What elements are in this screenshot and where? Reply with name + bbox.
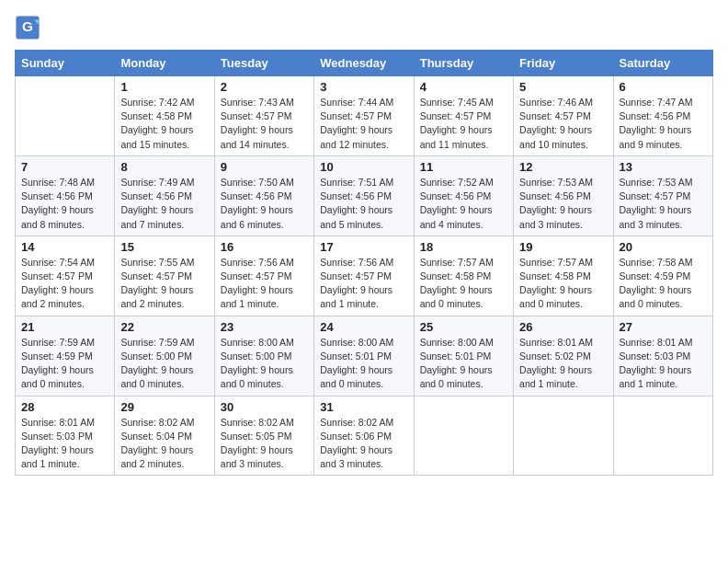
day-number: 27 [620, 320, 707, 334]
day-info: Sunrise: 7:48 AM Sunset: 4:56 PM Dayligh… [21, 176, 108, 232]
day-info: Sunrise: 7:57 AM Sunset: 4:58 PM Dayligh… [420, 256, 507, 312]
day-cell [16, 76, 115, 156]
day-cell: 30Sunrise: 8:02 AM Sunset: 5:05 PM Dayli… [214, 396, 313, 476]
day-info: Sunrise: 7:49 AM Sunset: 4:56 PM Dayligh… [120, 176, 208, 232]
day-cell: 15Sunrise: 7:55 AM Sunset: 4:57 PM Dayli… [115, 236, 214, 316]
col-header-friday: Friday [514, 51, 613, 76]
day-cell: 31Sunrise: 8:02 AM Sunset: 5:06 PM Dayli… [314, 396, 414, 476]
day-number: 7 [21, 160, 108, 174]
day-info: Sunrise: 8:01 AM Sunset: 5:02 PM Dayligh… [519, 336, 607, 392]
col-header-monday: Monday [115, 51, 214, 76]
day-cell: 8Sunrise: 7:49 AM Sunset: 4:56 PM Daylig… [115, 155, 214, 236]
day-number: 19 [519, 240, 607, 254]
day-cell: 13Sunrise: 7:53 AM Sunset: 4:57 PM Dayli… [613, 155, 712, 236]
day-cell [414, 396, 513, 476]
day-cell: 26Sunrise: 8:01 AM Sunset: 5:02 PM Dayli… [514, 316, 613, 396]
day-info: Sunrise: 7:53 AM Sunset: 4:57 PM Dayligh… [620, 176, 707, 232]
day-cell: 28Sunrise: 8:01 AM Sunset: 5:03 PM Dayli… [16, 396, 115, 476]
day-cell: 6Sunrise: 7:47 AM Sunset: 4:56 PM Daylig… [613, 76, 712, 156]
day-number: 12 [519, 160, 607, 174]
day-cell [514, 396, 613, 476]
day-number: 20 [620, 240, 707, 254]
day-cell: 14Sunrise: 7:54 AM Sunset: 4:57 PM Dayli… [16, 236, 115, 316]
day-number: 17 [320, 240, 407, 254]
day-cell: 27Sunrise: 8:01 AM Sunset: 5:03 PM Dayli… [613, 316, 712, 396]
day-number: 2 [221, 80, 308, 94]
day-info: Sunrise: 7:55 AM Sunset: 4:57 PM Dayligh… [120, 256, 208, 312]
day-number: 21 [21, 320, 108, 334]
day-number: 22 [120, 320, 208, 334]
day-number: 8 [120, 160, 208, 174]
day-number: 1 [120, 80, 208, 94]
day-info: Sunrise: 8:02 AM Sunset: 5:04 PM Dayligh… [120, 416, 208, 472]
day-number: 16 [221, 240, 308, 254]
day-cell: 16Sunrise: 7:56 AM Sunset: 4:57 PM Dayli… [214, 236, 313, 316]
day-cell: 25Sunrise: 8:00 AM Sunset: 5:01 PM Dayli… [414, 316, 513, 396]
day-info: Sunrise: 8:00 AM Sunset: 5:00 PM Dayligh… [221, 336, 308, 392]
day-info: Sunrise: 7:56 AM Sunset: 4:57 PM Dayligh… [221, 256, 308, 312]
day-info: Sunrise: 7:53 AM Sunset: 4:56 PM Dayligh… [519, 176, 607, 232]
col-header-wednesday: Wednesday [314, 51, 414, 76]
day-cell: 19Sunrise: 7:57 AM Sunset: 4:58 PM Dayli… [514, 236, 613, 316]
svg-text:G: G [22, 18, 33, 34]
day-cell: 12Sunrise: 7:53 AM Sunset: 4:56 PM Dayli… [514, 155, 613, 236]
day-info: Sunrise: 8:02 AM Sunset: 5:05 PM Dayligh… [221, 416, 308, 472]
day-number: 11 [420, 160, 507, 174]
day-cell: 7Sunrise: 7:48 AM Sunset: 4:56 PM Daylig… [16, 155, 115, 236]
day-cell: 29Sunrise: 8:02 AM Sunset: 5:04 PM Dayli… [115, 396, 214, 476]
day-info: Sunrise: 7:51 AM Sunset: 4:56 PM Dayligh… [320, 176, 407, 232]
day-number: 18 [420, 240, 507, 254]
day-info: Sunrise: 7:56 AM Sunset: 4:57 PM Dayligh… [320, 256, 407, 312]
day-cell: 20Sunrise: 7:58 AM Sunset: 4:59 PM Dayli… [613, 236, 712, 316]
day-info: Sunrise: 8:00 AM Sunset: 5:01 PM Dayligh… [320, 336, 407, 392]
day-info: Sunrise: 7:47 AM Sunset: 4:56 PM Dayligh… [620, 96, 707, 152]
day-info: Sunrise: 7:45 AM Sunset: 4:57 PM Dayligh… [420, 96, 507, 152]
day-number: 14 [21, 240, 108, 254]
day-number: 23 [221, 320, 308, 334]
day-number: 5 [519, 80, 607, 94]
day-info: Sunrise: 7:46 AM Sunset: 4:57 PM Dayligh… [519, 96, 607, 152]
day-cell: 2Sunrise: 7:43 AM Sunset: 4:57 PM Daylig… [214, 76, 313, 156]
day-info: Sunrise: 7:52 AM Sunset: 4:56 PM Dayligh… [420, 176, 507, 232]
day-info: Sunrise: 8:00 AM Sunset: 5:01 PM Dayligh… [420, 336, 507, 392]
day-info: Sunrise: 7:58 AM Sunset: 4:59 PM Dayligh… [620, 256, 707, 312]
day-number: 3 [320, 80, 407, 94]
day-cell: 9Sunrise: 7:50 AM Sunset: 4:56 PM Daylig… [214, 155, 313, 236]
week-row-4: 21Sunrise: 7:59 AM Sunset: 4:59 PM Dayli… [16, 316, 713, 396]
day-number: 4 [420, 80, 507, 94]
page-header: G [15, 15, 713, 40]
col-header-saturday: Saturday [613, 51, 712, 76]
day-cell: 17Sunrise: 7:56 AM Sunset: 4:57 PM Dayli… [314, 236, 414, 316]
day-number: 26 [519, 320, 607, 334]
week-row-3: 14Sunrise: 7:54 AM Sunset: 4:57 PM Dayli… [16, 236, 713, 316]
day-cell: 18Sunrise: 7:57 AM Sunset: 4:58 PM Dayli… [414, 236, 513, 316]
day-cell: 11Sunrise: 7:52 AM Sunset: 4:56 PM Dayli… [414, 155, 513, 236]
logo: G [15, 15, 44, 40]
day-info: Sunrise: 8:01 AM Sunset: 5:03 PM Dayligh… [620, 336, 707, 392]
day-cell: 23Sunrise: 8:00 AM Sunset: 5:00 PM Dayli… [214, 316, 313, 396]
day-info: Sunrise: 7:43 AM Sunset: 4:57 PM Dayligh… [221, 96, 308, 152]
logo-icon: G [15, 15, 40, 40]
day-info: Sunrise: 7:57 AM Sunset: 4:58 PM Dayligh… [519, 256, 607, 312]
day-info: Sunrise: 7:59 AM Sunset: 4:59 PM Dayligh… [21, 336, 108, 392]
day-cell: 3Sunrise: 7:44 AM Sunset: 4:57 PM Daylig… [314, 76, 414, 156]
day-info: Sunrise: 7:42 AM Sunset: 4:58 PM Dayligh… [120, 96, 208, 152]
day-number: 13 [620, 160, 707, 174]
day-number: 24 [320, 320, 407, 334]
day-cell: 22Sunrise: 7:59 AM Sunset: 5:00 PM Dayli… [115, 316, 214, 396]
day-cell: 5Sunrise: 7:46 AM Sunset: 4:57 PM Daylig… [514, 76, 613, 156]
day-number: 30 [221, 400, 308, 414]
week-row-2: 7Sunrise: 7:48 AM Sunset: 4:56 PM Daylig… [16, 155, 713, 236]
day-info: Sunrise: 7:59 AM Sunset: 5:00 PM Dayligh… [120, 336, 208, 392]
day-info: Sunrise: 7:54 AM Sunset: 4:57 PM Dayligh… [21, 256, 108, 312]
week-row-1: 1Sunrise: 7:42 AM Sunset: 4:58 PM Daylig… [16, 76, 713, 156]
day-number: 28 [21, 400, 108, 414]
calendar-table: SundayMondayTuesdayWednesdayThursdayFrid… [15, 50, 713, 476]
day-cell: 10Sunrise: 7:51 AM Sunset: 4:56 PM Dayli… [314, 155, 414, 236]
day-info: Sunrise: 8:01 AM Sunset: 5:03 PM Dayligh… [21, 416, 108, 472]
day-number: 9 [221, 160, 308, 174]
day-number: 31 [320, 400, 407, 414]
day-number: 15 [120, 240, 208, 254]
col-header-tuesday: Tuesday [214, 51, 313, 76]
day-cell: 24Sunrise: 8:00 AM Sunset: 5:01 PM Dayli… [314, 316, 414, 396]
